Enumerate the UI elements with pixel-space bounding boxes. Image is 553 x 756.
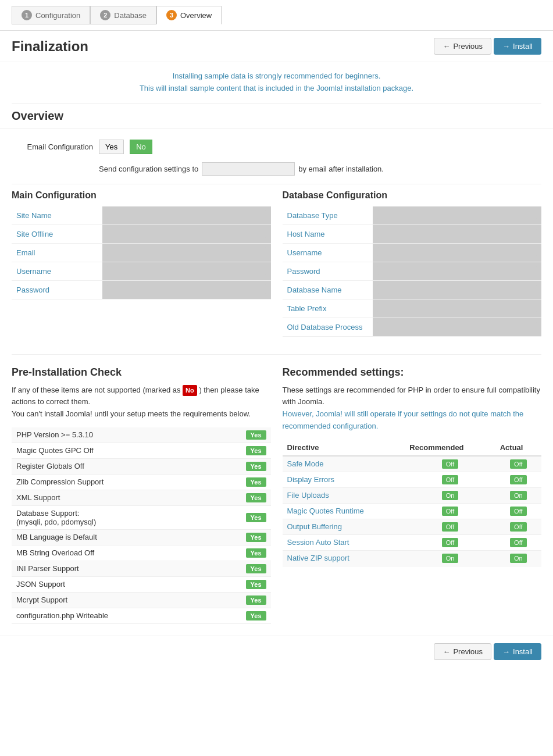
step-number-1: 1 — [22, 10, 32, 20]
table-row: Password — [283, 262, 542, 280]
actual-value: Off — [495, 534, 541, 550]
sample-data-line2: This will install sample content that is… — [8, 83, 545, 95]
check-status: Yes — [241, 576, 271, 592]
table-row: Site Offline — [12, 224, 271, 243]
check-label: MB String Overload Off — [12, 545, 241, 561]
db-config-table: Database Type Host Name Username Passwor… — [283, 206, 542, 337]
pre-install-title: Pre-Installation Check — [12, 366, 271, 379]
wizard-step-database[interactable]: 2 Database — [90, 6, 156, 24]
table-row: MB String Overload Off Yes — [12, 545, 271, 561]
check-label: configuration.php Writeable — [12, 608, 241, 623]
table-row: Magic Quotes GPC Off Yes — [12, 443, 271, 458]
table-row: PHP Version >= 5.3.10 Yes — [12, 427, 271, 443]
config-label: Site Name — [12, 206, 102, 225]
previous-button-top[interactable]: ← Previous — [434, 38, 491, 55]
check-table: PHP Version >= 5.3.10 Yes Magic Quotes G… — [12, 427, 271, 624]
check-label: Register Globals Off — [12, 458, 241, 474]
pre-install-notice: If any of these items are not supported … — [12, 384, 271, 420]
table-row: Database Support:(mysqli, pdo, pdomysql)… — [12, 505, 271, 529]
directive-label: Safe Mode — [283, 456, 405, 472]
config-label: Database Name — [283, 280, 373, 299]
wizard-step-overview[interactable]: 3 Overview — [156, 6, 222, 24]
email-config-yes-button[interactable]: Yes — [99, 140, 124, 154]
page-header: Finalization ← Previous → Install — [0, 31, 553, 62]
previous-button-bottom[interactable]: ← Previous — [434, 643, 491, 660]
table-row: Magic Quotes Runtime Off Off — [283, 503, 542, 519]
previous-label-bottom: Previous — [453, 647, 483, 656]
check-status: Yes — [241, 458, 271, 474]
table-row: Username — [12, 262, 271, 280]
actual-value: Off — [495, 503, 541, 519]
step-number-2: 2 — [100, 10, 110, 20]
db-config-col: Database Configuration Database Type Hos… — [283, 190, 542, 337]
col-actual: Actual — [495, 440, 541, 456]
col-recommended: Recommended — [405, 440, 495, 456]
table-row: Zlib Compression Support Yes — [12, 474, 271, 490]
previous-label-top: Previous — [453, 42, 483, 51]
page-title: Finalization — [12, 38, 88, 55]
check-status: Yes — [241, 592, 271, 608]
check-status: Yes — [241, 561, 271, 576]
directive-label: Session Auto Start — [283, 534, 405, 550]
main-config-table: Site Name Site Offline Email Username Pa… — [12, 206, 271, 299]
email-config-no-button[interactable]: No — [130, 140, 152, 154]
config-value — [373, 280, 541, 299]
header-btn-group: ← Previous → Install — [434, 38, 541, 55]
config-label: Email — [12, 243, 102, 262]
arrow-right-icon-bottom: → — [502, 647, 510, 656]
config-value — [373, 299, 541, 318]
directive-label: Magic Quotes Runtime — [283, 503, 405, 519]
check-status: Yes — [241, 490, 271, 505]
check-label: Magic Quotes GPC Off — [12, 443, 241, 458]
wizard-step-configuration[interactable]: 1 Configuration — [12, 6, 90, 24]
install-button-top[interactable]: → Install — [494, 38, 541, 55]
config-label: Site Offline — [12, 224, 102, 243]
recommended-value: Off — [405, 534, 495, 550]
directive-label: Native ZIP support — [283, 550, 405, 566]
config-columns: Main Configuration Site Name Site Offlin… — [0, 184, 553, 343]
check-label: MB Language is Default — [12, 529, 241, 545]
recommended-value: Off — [405, 519, 495, 534]
install-button-bottom[interactable]: → Install — [494, 643, 541, 660]
actual-value: Off — [495, 519, 541, 534]
check-label: Mcrypt Support — [12, 592, 241, 608]
table-row: Site Name — [12, 206, 271, 225]
table-row: Email — [12, 243, 271, 262]
wizard-steps: 1 Configuration 2 Database 3 Overview — [0, 0, 553, 31]
step-label-overview: Overview — [180, 11, 212, 20]
check-status: Yes — [241, 608, 271, 623]
table-row: XML Support Yes — [12, 490, 271, 505]
bottom-columns: Pre-Installation Check If any of these i… — [0, 361, 553, 630]
config-value — [102, 224, 271, 243]
config-label: Old Database Process — [283, 318, 373, 336]
main-config-col: Main Configuration Site Name Site Offlin… — [12, 190, 271, 337]
table-row: Password — [12, 280, 271, 299]
config-label: Password — [283, 262, 373, 280]
send-config-prefix: Send configuration settings to — [99, 165, 198, 173]
send-config-email-input[interactable] — [202, 162, 295, 176]
config-value — [373, 243, 541, 262]
table-row: Old Database Process — [283, 318, 542, 336]
email-config-row: Email Configuration Yes No — [0, 135, 553, 159]
install-label-top: Install — [513, 42, 533, 51]
table-row: Native ZIP support On On — [283, 550, 542, 566]
rec-intro-line2: However, Joomla! will still operate if y… — [283, 409, 524, 430]
overview-section-title: Overview — [0, 104, 553, 129]
rec-intro-line1: These settings are recommended for PHP i… — [283, 386, 540, 406]
recommended-table: Directive Recommended Actual Safe Mode O… — [283, 440, 542, 566]
arrow-left-icon-bottom: ← — [443, 647, 450, 656]
config-label: Username — [283, 243, 373, 262]
recommended-value: On — [405, 550, 495, 566]
actual-value: Off — [495, 472, 541, 487]
config-value — [102, 206, 271, 225]
table-row: Mcrypt Support Yes — [12, 592, 271, 608]
check-status: Yes — [241, 529, 271, 545]
config-label: Host Name — [283, 224, 373, 243]
config-label: Password — [12, 280, 102, 299]
config-value — [102, 280, 271, 299]
check-status: Yes — [241, 443, 271, 458]
recommended-value: On — [405, 487, 495, 503]
check-label: Zlib Compression Support — [12, 474, 241, 490]
step-label-configuration: Configuration — [35, 11, 80, 20]
notice-line3: You can't install Joomla! until your set… — [12, 409, 251, 418]
